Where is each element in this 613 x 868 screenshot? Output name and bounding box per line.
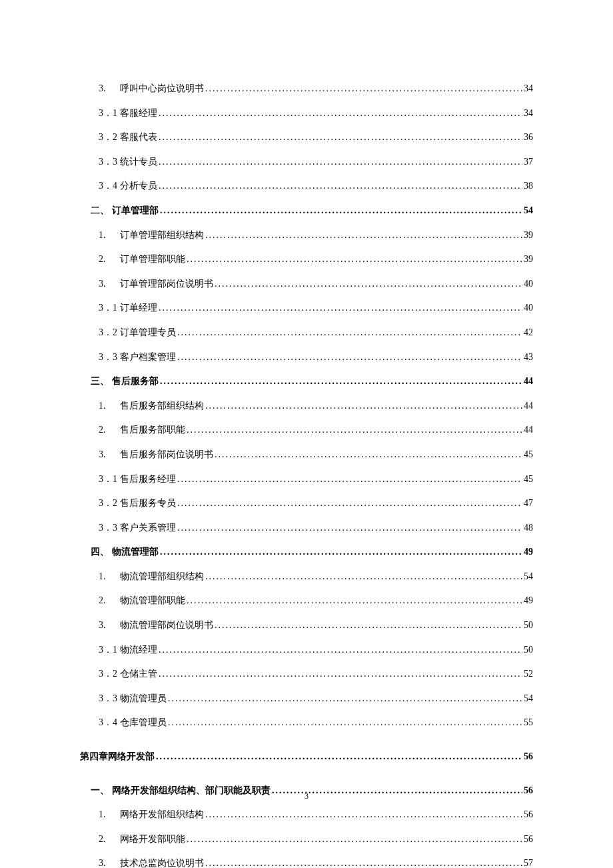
toc-number: 3.: [99, 446, 120, 464]
toc-entry: 1.订单管理部组织结构39: [99, 227, 533, 245]
toc-page-number: 37: [524, 153, 533, 171]
toc-dots: [177, 495, 522, 513]
toc-dots: [160, 202, 522, 220]
toc-dots: [159, 129, 522, 147]
toc-page: 3.呼叫中心岗位说明书343．1 客服经理343．2 客服代表363．3 统计专…: [0, 0, 613, 868]
toc-dots: [159, 299, 522, 317]
toc-page-number: 40: [524, 299, 533, 317]
toc-number: 3．2: [99, 665, 120, 683]
toc-page-number: 49: [524, 592, 533, 610]
toc-spacer: [80, 773, 533, 782]
toc-dots: [205, 80, 522, 98]
toc-page-number: 50: [524, 617, 533, 635]
toc-number: 3．3: [99, 153, 120, 171]
toc-number: 3．2: [99, 495, 120, 513]
toc-number: 1.: [99, 397, 120, 415]
toc-entry: 1.物流管理部组织结构54: [99, 568, 533, 586]
toc-page-number: 54: [524, 202, 533, 220]
toc-entry: 2.售后服务部职能44: [99, 421, 533, 439]
toc-number: 3．3: [99, 519, 120, 537]
toc-page-number: 55: [524, 714, 533, 732]
toc-title: 客户档案管理: [120, 349, 176, 367]
toc-title: 售后服务部组织结构: [120, 397, 204, 415]
toc-title: 售后服务部岗位说明书: [120, 446, 213, 464]
toc-number: 1.: [99, 568, 120, 586]
toc-entry: 1.网络开发部组织结构56: [99, 806, 533, 824]
toc-number: 3．4: [99, 714, 120, 732]
toc-entry: 3.技术总监岗位说明书57: [99, 855, 533, 868]
toc-entry: 二、订单管理部54: [91, 202, 533, 220]
toc-title: 物流管理部组织结构: [120, 568, 204, 586]
toc-title: 分析专员: [120, 177, 157, 195]
toc-number: 第四章: [80, 748, 108, 766]
page-footer: 3: [0, 791, 613, 801]
toc-page-number: 44: [524, 397, 533, 415]
toc-list: 3.呼叫中心岗位说明书343．1 客服经理343．2 客服代表363．3 统计专…: [80, 80, 533, 868]
toc-title: 订单管理部岗位说明书: [120, 275, 213, 293]
toc-page-number: 39: [524, 227, 533, 245]
toc-entry: 第四章网络开发部56: [80, 748, 533, 766]
toc-dots: [215, 275, 522, 293]
toc-entry: 三、售后服务部44: [91, 373, 533, 391]
toc-dots: [159, 665, 522, 683]
toc-number: 1.: [99, 227, 120, 245]
toc-page-number: 44: [524, 373, 533, 391]
toc-dots: [168, 690, 522, 708]
toc-number: 3．3: [99, 690, 120, 708]
toc-dots: [177, 471, 522, 489]
toc-page-number: 49: [524, 543, 533, 561]
toc-page-number: 44: [524, 421, 533, 439]
toc-dots: [159, 177, 522, 195]
toc-title: 仓储主管: [120, 665, 157, 683]
toc-title: 订单经理: [120, 299, 157, 317]
toc-title: 售后服务部: [112, 373, 159, 391]
toc-title: 网络开发部组织结构: [120, 806, 204, 824]
toc-entry: 2.物流管理部职能49: [99, 592, 533, 610]
toc-entry: 3．4 仓库管理员55: [99, 714, 533, 732]
toc-title: 客户关系管理: [120, 519, 176, 537]
toc-number: 3.: [99, 617, 120, 635]
toc-page-number: 45: [524, 471, 533, 489]
toc-entry: 2.网络开发部职能56: [99, 831, 533, 849]
toc-title: 仓库管理员: [120, 714, 167, 732]
toc-page-number: 50: [524, 641, 533, 659]
toc-dots: [205, 806, 522, 824]
toc-entry: 四、物流管理部49: [91, 543, 533, 561]
toc-entry: 3.订单管理部岗位说明书40: [99, 275, 533, 293]
toc-entry: 3.售后服务部岗位说明书45: [99, 446, 533, 464]
toc-title: 订单管理部组织结构: [120, 227, 204, 245]
toc-page-number: 56: [524, 748, 533, 766]
toc-page-number: 34: [524, 105, 533, 123]
toc-title: 物流管理部: [112, 543, 159, 561]
toc-title: 网络开发部职能: [120, 831, 185, 849]
toc-page-number: 54: [524, 690, 533, 708]
toc-page-number: 57: [524, 855, 533, 868]
toc-title: 技术总监岗位说明书: [120, 855, 204, 868]
toc-entry: 1.售后服务部组织结构44: [99, 397, 533, 415]
toc-dots: [187, 251, 522, 269]
toc-dots: [159, 153, 522, 171]
toc-entry: 3.呼叫中心岗位说明书34: [99, 80, 533, 98]
toc-number: 2.: [99, 251, 120, 269]
toc-entry: 3．3 客户关系管理48: [99, 519, 533, 537]
toc-entry: 3．2 售后服务专员47: [99, 495, 533, 513]
toc-entry: 3．2 客服代表36: [99, 129, 533, 147]
toc-dots: [160, 373, 522, 391]
toc-dots: [187, 831, 522, 849]
toc-number: 3．2: [99, 129, 120, 147]
toc-entry: 3．1 订单经理40: [99, 299, 533, 317]
toc-entry: 3．2 仓储主管52: [99, 665, 533, 683]
toc-dots: [168, 714, 522, 732]
toc-title: 物流管理部职能: [120, 592, 185, 610]
toc-page-number: 42: [524, 324, 533, 342]
toc-title: 售后服务部职能: [120, 421, 185, 439]
toc-entry: 3．3 客户档案管理43: [99, 349, 533, 367]
toc-number: 二、: [91, 202, 112, 220]
toc-page-number: 38: [524, 177, 533, 195]
toc-title: 订单管理部: [112, 202, 159, 220]
toc-page-number: 52: [524, 665, 533, 683]
toc-title: 网络开发部: [108, 748, 155, 766]
toc-dots: [159, 105, 522, 123]
toc-entry: 3．1 售后服务经理45: [99, 471, 533, 489]
toc-page-number: 43: [524, 349, 533, 367]
